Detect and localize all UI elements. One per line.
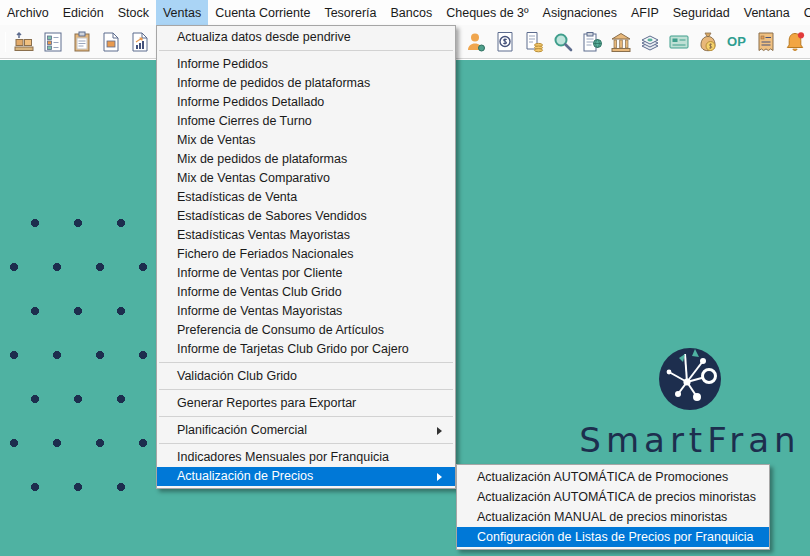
menu-separator bbox=[157, 413, 455, 421]
search-icon[interactable] bbox=[550, 29, 575, 54]
submenu-item[interactable]: Actualización MANUAL de precios minorist… bbox=[457, 507, 769, 527]
menubar-item-label: Cheques de 3º bbox=[446, 6, 528, 20]
menubar-item-label: Archivo bbox=[7, 6, 49, 20]
menubar-item-label: Bancos bbox=[391, 6, 433, 20]
document-coins-icon[interactable] bbox=[521, 29, 546, 54]
menu-item-label: Planificación Comercial bbox=[177, 423, 307, 437]
bank-icon[interactable] bbox=[608, 29, 633, 54]
menu-separator bbox=[157, 386, 455, 394]
ventas-dropdown-menu: Actualiza datos desde pendrive Informe P… bbox=[156, 25, 456, 489]
menu-item[interactable]: Informe de pedidos de plataformas bbox=[157, 74, 455, 93]
clipboard-globe-icon[interactable] bbox=[579, 29, 604, 54]
menubar-item[interactable]: Cuenta Corriente bbox=[208, 0, 317, 25]
menu-item[interactable]: Actualización de Precios bbox=[157, 467, 455, 486]
op-icon-label: OP bbox=[727, 34, 746, 49]
menubar-item[interactable]: Ventas bbox=[156, 0, 208, 25]
receipt-icon[interactable] bbox=[753, 29, 778, 54]
stock-boxes-icon[interactable] bbox=[11, 29, 36, 54]
menu-item[interactable]: Actualiza datos desde pendrive bbox=[157, 28, 455, 47]
menubar-item[interactable]: Asignaciones bbox=[536, 0, 624, 25]
menu-separator bbox=[157, 359, 455, 367]
menu-item[interactable]: Generar Reportes para Exportar bbox=[157, 394, 455, 413]
submenu-item-label: Actualización AUTOMÁTICA de Promociones bbox=[477, 470, 728, 484]
menu-item-label: Informe de pedidos de plataformas bbox=[177, 76, 370, 90]
smartfran-network-icon bbox=[657, 346, 723, 412]
menu-item-label: Estadísticas de Sabores Vendidos bbox=[177, 209, 367, 223]
menubar-item-label: Tesorería bbox=[324, 6, 376, 20]
checklist-icon[interactable] bbox=[40, 29, 65, 54]
menu-item[interactable]: Estadísticas Ventas Mayoristas bbox=[157, 226, 455, 245]
money-stack-icon[interactable] bbox=[637, 29, 662, 54]
chart-document-icon[interactable] bbox=[127, 29, 152, 54]
precios-submenu: Actualización AUTOMÁTICA de Promociones … bbox=[456, 464, 770, 550]
app-window: Archivo Edición Stock Ventas Cuenta Corr… bbox=[0, 0, 810, 556]
menu-item-label: Informe de Ventas por Cliente bbox=[177, 266, 342, 280]
menu-item-label: Estadísticas de Venta bbox=[177, 190, 297, 204]
submenu-arrow-icon bbox=[437, 473, 446, 481]
menubar: Archivo Edición Stock Ventas Cuenta Corr… bbox=[0, 0, 810, 25]
submenu-item[interactable]: Actualización AUTOMÁTICA de precios mino… bbox=[457, 487, 769, 507]
menu-item[interactable]: Informe de Ventas por Cliente bbox=[157, 264, 455, 283]
menubar-item[interactable]: Canales M bbox=[797, 0, 810, 25]
menubar-item[interactable]: Tesorería bbox=[317, 0, 383, 25]
menu-item[interactable]: Mix de Ventas Comparativo bbox=[157, 169, 455, 188]
menu-item-label: Fichero de Feriados Nacionales bbox=[177, 247, 353, 261]
menu-item[interactable]: Informe de Ventas Club Grido bbox=[157, 283, 455, 302]
check-card-icon[interactable] bbox=[666, 29, 691, 54]
clipboard-icon[interactable] bbox=[69, 29, 94, 54]
menu-item[interactable]: Mix de pedidos de plataformas bbox=[157, 150, 455, 169]
smartfran-logo: SmartFran bbox=[572, 346, 808, 466]
menu-item-label: Informe Pedidos Detallado bbox=[177, 95, 324, 109]
menu-item-label: Actualiza datos desde pendrive bbox=[177, 30, 351, 44]
menubar-item-label: Ventas bbox=[163, 6, 201, 20]
menu-item[interactable]: Preferencia de Consumo de Artículos bbox=[157, 321, 455, 340]
menu-item-label: Generar Reportes para Exportar bbox=[177, 396, 356, 410]
menubar-item[interactable]: Edición bbox=[56, 0, 111, 25]
op-icon[interactable]: OP bbox=[724, 29, 749, 54]
menu-item-label: Informe de Ventas Club Grido bbox=[177, 285, 342, 299]
menubar-item[interactable]: Stock bbox=[111, 0, 156, 25]
menubar-item-label: Canales M bbox=[804, 6, 810, 20]
bell-icon[interactable] bbox=[782, 29, 807, 54]
menu-item-label: Mix de Ventas bbox=[177, 133, 256, 147]
toolbar-right-group: OP bbox=[463, 29, 810, 54]
menu-item[interactable]: Infome Cierres de Turno bbox=[157, 112, 455, 131]
menubar-item[interactable]: Seguridad bbox=[666, 0, 737, 25]
menubar-item-label: Edición bbox=[63, 6, 104, 20]
menu-item[interactable]: Validación Club Grido bbox=[157, 367, 455, 386]
menubar-item[interactable]: Ventana bbox=[737, 0, 797, 25]
money-bag-icon[interactable] bbox=[695, 29, 720, 54]
menubar-item[interactable]: AFIP bbox=[624, 0, 666, 25]
submenu-item-label: Actualización MANUAL de precios minorist… bbox=[477, 510, 727, 524]
menu-item-label: Actualización de Precios bbox=[177, 469, 313, 483]
menu-item[interactable]: Indicadores Mensuales por Franquicia bbox=[157, 448, 455, 467]
menu-item[interactable]: Informe Pedidos bbox=[157, 55, 455, 74]
menu-item[interactable]: Mix de Ventas bbox=[157, 131, 455, 150]
submenu-item[interactable]: Configuración de Listas de Precios por F… bbox=[457, 527, 769, 547]
menu-item[interactable]: Fichero de Feriados Nacionales bbox=[157, 245, 455, 264]
smartfran-logo-text: SmartFran bbox=[572, 420, 808, 460]
menubar-item[interactable]: Cheques de 3º bbox=[439, 0, 535, 25]
toolbar-separator bbox=[456, 32, 457, 52]
menu-item[interactable]: Planificación Comercial bbox=[157, 421, 455, 440]
person-icon[interactable] bbox=[463, 29, 488, 54]
menu-item[interactable]: Informe de Tarjetas Club Grido por Cajer… bbox=[157, 340, 455, 359]
menu-item-label: Mix de Ventas Comparativo bbox=[177, 171, 330, 185]
menubar-item[interactable]: Bancos bbox=[384, 0, 440, 25]
menu-separator bbox=[157, 47, 455, 55]
menu-item[interactable]: Informe de Ventas Mayoristas bbox=[157, 302, 455, 321]
image-document-icon[interactable] bbox=[98, 29, 123, 54]
toolbar-grip bbox=[5, 32, 6, 52]
menubar-item-label: Seguridad bbox=[673, 6, 730, 20]
menubar-item-label: Ventana bbox=[744, 6, 790, 20]
invoice-dollar-icon[interactable] bbox=[492, 29, 517, 54]
submenu-item[interactable]: Actualización AUTOMÁTICA de Promociones bbox=[457, 467, 769, 487]
menu-item[interactable]: Estadísticas de Sabores Vendidos bbox=[157, 207, 455, 226]
menubar-item-label: Cuenta Corriente bbox=[215, 6, 310, 20]
submenu-item-label: Actualización AUTOMÁTICA de precios mino… bbox=[477, 490, 756, 504]
menu-item-label: Informe de Ventas Mayoristas bbox=[177, 304, 342, 318]
menubar-item-label: Asignaciones bbox=[543, 6, 617, 20]
menu-item[interactable]: Informe Pedidos Detallado bbox=[157, 93, 455, 112]
menubar-item[interactable]: Archivo bbox=[0, 0, 56, 25]
menu-item[interactable]: Estadísticas de Venta bbox=[157, 188, 455, 207]
